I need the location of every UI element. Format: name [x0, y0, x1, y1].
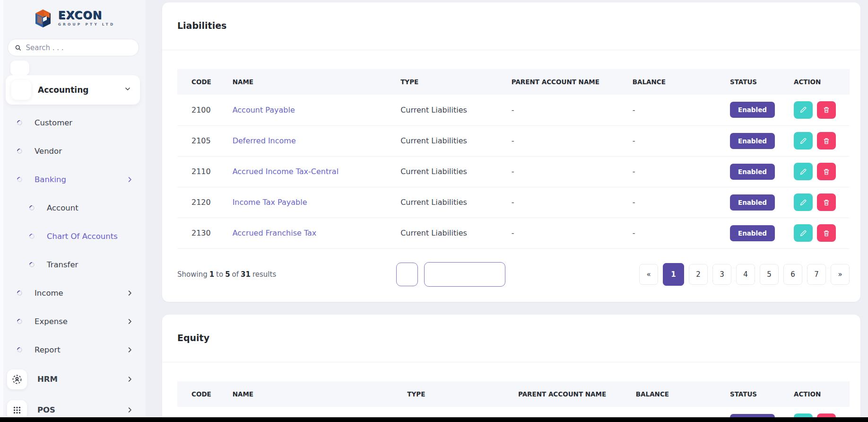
status-badge: Enabled [730, 102, 775, 118]
trash-icon [823, 199, 830, 206]
cell-code: 2100 [177, 95, 228, 125]
table-row: 2130 Accrued Franchise Tax Current Liabi… [177, 218, 850, 248]
cell-code: 2130 [177, 218, 228, 248]
delete-button[interactable] [817, 224, 836, 242]
col-type: TYPE [396, 69, 507, 95]
sidebar-item-label: POS [37, 405, 116, 414]
col-parent: PARENT ACCOUNT NAME [513, 381, 631, 407]
sidebar-item-account[interactable]: Account [0, 193, 146, 222]
col-parent: PARENT ACCOUNT NAME [507, 69, 628, 95]
sidebar-item-label: HRM [37, 375, 116, 384]
pagination-page-button[interactable]: 4 [736, 264, 755, 285]
chevron-right-icon [126, 176, 133, 183]
chevron-down-icon [124, 85, 131, 95]
cell-balance: - [628, 95, 725, 125]
table-footer: Showing1to5of31results « 1 2 3 4 5 6 7 » [162, 249, 860, 302]
table-header-row: CODE NAME TYPE PARENT ACCOUNT NAME BALAN… [177, 381, 850, 407]
pencil-icon [799, 106, 807, 114]
edit-button[interactable] [794, 163, 813, 180]
account-name-link[interactable]: Accrued Income Tax-Central [233, 167, 339, 176]
scrolled-menu-tile [10, 61, 29, 76]
delete-button[interactable] [817, 101, 836, 119]
sidebar-item-label: Transfer [47, 260, 133, 269]
cell-parent: - [507, 125, 628, 156]
pencil-icon [799, 199, 807, 206]
trash-icon [823, 106, 830, 114]
brand-logo[interactable]: EXCON GROUP PTY LTD [0, 0, 146, 33]
chevron-right-icon [126, 346, 133, 353]
sidebar-item-label: Report [35, 345, 114, 354]
edit-button[interactable] [794, 224, 813, 242]
sidebar-item-label: Chart Of Accounts [47, 232, 133, 241]
sidebar-item-chart-of-accounts[interactable]: Chart Of Accounts [0, 222, 146, 250]
sidebar-item-expense[interactable]: Expense [0, 307, 146, 335]
cell-balance: - [628, 156, 725, 187]
sidebar-search[interactable] [8, 39, 139, 56]
col-action: ACTION [789, 381, 850, 407]
page-size-select[interactable] [396, 263, 418, 286]
accounting-icon [11, 80, 31, 100]
cell-type: Current Liabilities [396, 125, 507, 156]
delete-button[interactable] [817, 132, 836, 149]
pagination: « 1 2 3 4 5 6 7 » [639, 263, 850, 286]
sidebar-item-label: Expense [35, 317, 114, 326]
sidebar-item-report[interactable]: Report [0, 335, 146, 364]
pagination-prev-button[interactable]: « [639, 264, 658, 285]
table-row: 2120 Income Tax Payable Current Liabilit… [177, 187, 850, 218]
equity-card: Equity CODE NAME TYPE PARENT ACCOUNT NAM… [162, 315, 860, 422]
col-balance: BALANCE [628, 69, 725, 95]
col-status: STATUS [725, 69, 789, 95]
filter-select[interactable] [424, 262, 505, 287]
col-name: NAME [228, 69, 396, 95]
cell-code: 2105 [177, 125, 228, 156]
sidebar-item-transfer[interactable]: Transfer [0, 250, 146, 279]
chevron-right-icon [126, 318, 133, 325]
screen-bottom-bar [0, 417, 868, 422]
pagination-page-button[interactable]: 1 [663, 263, 684, 286]
brand-name: EXCON [58, 10, 115, 21]
bullet-ring-icon [28, 261, 35, 268]
trash-icon [823, 168, 830, 176]
delete-button[interactable] [817, 163, 836, 180]
account-name-link[interactable]: Account Payable [233, 106, 295, 114]
bullet-ring-icon [16, 147, 23, 154]
pagination-page-button[interactable]: 2 [689, 264, 708, 285]
col-name: NAME [228, 381, 403, 407]
bullet-ring-icon [16, 346, 23, 353]
sidebar-item-vendor[interactable]: Vendor [0, 137, 146, 165]
pagination-page-button[interactable]: 7 [807, 264, 826, 285]
table-row: 2110 Accrued Income Tax-Central Current … [177, 156, 850, 187]
sidebar-item-hrm[interactable]: HRM [0, 364, 146, 395]
pagination-page-button[interactable]: 3 [712, 264, 731, 285]
pencil-icon [799, 229, 807, 237]
delete-button[interactable] [817, 193, 836, 211]
search-input[interactable] [26, 44, 132, 52]
pagination-page-button[interactable]: 5 [760, 264, 779, 285]
cell-type: Current Liabilities [396, 156, 507, 187]
status-badge: Enabled [730, 225, 775, 241]
bullet-ring-icon [28, 204, 35, 211]
cell-type: Current Liabilities [396, 218, 507, 248]
sidebar: EXCON GROUP PTY LTD Accounting Customer … [0, 0, 146, 422]
bullet-ring-icon [28, 232, 35, 239]
sidebar-item-label: Banking [35, 175, 114, 184]
col-type: TYPE [402, 381, 513, 407]
account-name-link[interactable]: Deferred Income [233, 136, 296, 145]
chevron-right-icon [126, 290, 133, 297]
sidebar-item-income[interactable]: Income [0, 279, 146, 307]
pencil-icon [799, 168, 807, 176]
pagination-page-button[interactable]: 6 [783, 264, 802, 285]
account-name-link[interactable]: Accrued Franchise Tax [233, 229, 317, 237]
pagination-next-button[interactable]: » [831, 264, 850, 285]
sidebar-item-label: Account [47, 203, 133, 212]
bullet-ring-icon [16, 317, 23, 325]
cell-code: 2120 [177, 187, 228, 218]
account-name-link[interactable]: Income Tax Payable [233, 198, 307, 207]
edit-button[interactable] [794, 132, 813, 149]
brand-cube-icon [31, 6, 55, 30]
sidebar-item-customer[interactable]: Customer [0, 108, 146, 137]
edit-button[interactable] [794, 193, 813, 211]
edit-button[interactable] [794, 101, 813, 119]
sidebar-item-banking[interactable]: Banking [0, 165, 146, 193]
sidebar-item-accounting[interactable]: Accounting [6, 75, 140, 105]
